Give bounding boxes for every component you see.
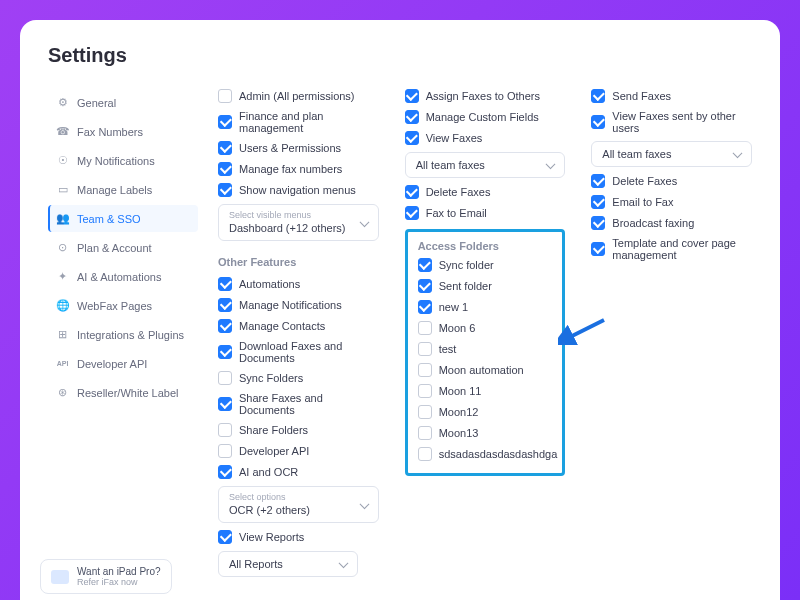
checkbox-broadcast-faxing[interactable]: Broadcast faxing	[591, 216, 752, 230]
checkbox-template-and-cover-page-management[interactable]: Template and cover page management	[591, 237, 752, 261]
sidebar-item-team-sso[interactable]: 👥Team & SSO	[48, 205, 198, 232]
checkbox-label: Sync folder	[439, 259, 494, 271]
sidebar-item-fax-numbers[interactable]: ☎Fax Numbers	[48, 118, 198, 145]
sidebar-icon: 👥	[56, 212, 69, 225]
checkbox-test[interactable]: test	[418, 342, 553, 356]
checkbox-box	[418, 384, 432, 398]
sidebar-icon: ⊙	[56, 241, 69, 254]
checkbox-manage-notifications[interactable]: Manage Notifications	[218, 298, 379, 312]
checkbox-show-navigation-menus[interactable]: Show navigation menus	[218, 183, 379, 197]
checkbox-new-1[interactable]: new 1	[418, 300, 553, 314]
checkbox-sent-folder[interactable]: Sent folder	[418, 279, 553, 293]
select-dropdown[interactable]: All Reports	[218, 551, 358, 577]
checkbox-automations[interactable]: Automations	[218, 277, 379, 291]
promo-banner[interactable]: Want an iPad Pro? Refer iFax now	[40, 559, 172, 594]
checkbox-box	[405, 185, 419, 199]
checkbox-view-faxes-sent-by-other-users[interactable]: View Faxes sent by other users	[591, 110, 752, 134]
checkbox-moon-6[interactable]: Moon 6	[418, 321, 553, 335]
sidebar-item-label: Integrations & Plugins	[77, 329, 184, 341]
checkbox-label: Finance and plan management	[239, 110, 379, 134]
checkbox-email-to-fax[interactable]: Email to Fax	[591, 195, 752, 209]
checkbox-finance-and-plan-management[interactable]: Finance and plan management	[218, 110, 379, 134]
checkbox-sdsadasdasdasdashdga[interactable]: sdsadasdasdasdashdga	[418, 447, 553, 461]
sidebar-item-ai-automations[interactable]: ✦AI & Automations	[48, 263, 198, 290]
sidebar-item-manage-labels[interactable]: ▭Manage Labels	[48, 176, 198, 203]
sidebar-item-label: AI & Automations	[77, 271, 161, 283]
checkbox-box	[591, 115, 605, 129]
sidebar-item-reseller-white-label[interactable]: ⊛Reseller/White Label	[48, 379, 198, 406]
checkbox-sync-folders[interactable]: Sync Folders	[218, 371, 379, 385]
checkbox-moon-11[interactable]: Moon 11	[418, 384, 553, 398]
sidebar-item-label: Plan & Account	[77, 242, 152, 254]
checkbox-label: AI and OCR	[239, 466, 298, 478]
checkbox-manage-custom-fields[interactable]: Manage Custom Fields	[405, 110, 566, 124]
checkbox-manage-contacts[interactable]: Manage Contacts	[218, 319, 379, 333]
checkbox-box	[218, 371, 232, 385]
checkbox-label: Email to Fax	[612, 196, 673, 208]
sidebar-item-label: General	[77, 97, 116, 109]
checkbox-box	[218, 319, 232, 333]
sidebar-item-plan-account[interactable]: ⊙Plan & Account	[48, 234, 198, 261]
checkbox-box	[218, 530, 232, 544]
checkbox-box	[418, 279, 432, 293]
select-dropdown[interactable]: Select optionsOCR (+2 others)	[218, 486, 379, 523]
checkbox-label: Assign Faxes to Others	[426, 90, 540, 102]
checkbox-label: Share Faxes and Documents	[239, 392, 379, 416]
checkbox-label: Send Faxes	[612, 90, 671, 102]
checkbox-download-faxes-and-documents[interactable]: Download Faxes and Documents	[218, 340, 379, 364]
checkbox-ai-and-ocr[interactable]: AI and OCR	[218, 465, 379, 479]
checkbox-moon13[interactable]: Moon13	[418, 426, 553, 440]
checkbox-send-faxes[interactable]: Send Faxes	[591, 89, 752, 103]
checkbox-developer-api[interactable]: Developer API	[218, 444, 379, 458]
checkbox-manage-fax-numbers[interactable]: Manage fax numbers	[218, 162, 379, 176]
checkbox-box	[218, 423, 232, 437]
select-dropdown[interactable]: All team faxes	[405, 152, 566, 178]
checkbox-share-faxes-and-documents[interactable]: Share Faxes and Documents	[218, 392, 379, 416]
select-value: All team faxes	[602, 148, 671, 160]
checkbox-label: test	[439, 343, 457, 355]
checkbox-moon-automation[interactable]: Moon automation	[418, 363, 553, 377]
checkbox-fax-to-email[interactable]: Fax to Email	[405, 206, 566, 220]
checkbox-box	[418, 300, 432, 314]
select-dropdown[interactable]: Select visible menusDashboard (+12 other…	[218, 204, 379, 241]
select-value: Dashboard (+12 others)	[229, 222, 345, 234]
sidebar-item-label: Developer API	[77, 358, 147, 370]
sidebar-item-general[interactable]: ⚙General	[48, 89, 198, 116]
checkbox-box	[591, 89, 605, 103]
sidebar-item-integrations-plugins[interactable]: ⊞Integrations & Plugins	[48, 321, 198, 348]
checkbox-label: Fax to Email	[426, 207, 487, 219]
checkbox-box	[418, 363, 432, 377]
select-dropdown[interactable]: All team faxes	[591, 141, 752, 167]
checkbox-share-folders[interactable]: Share Folders	[218, 423, 379, 437]
checkbox-label: Show navigation menus	[239, 184, 356, 196]
select-hint: Select visible menus	[229, 211, 352, 220]
checkbox-box	[418, 405, 432, 419]
checkbox-moon12[interactable]: Moon12	[418, 405, 553, 419]
settings-card: Settings ⚙General☎Fax Numbers☉My Notific…	[20, 20, 780, 600]
checkbox-box	[218, 465, 232, 479]
sidebar-item-my-notifications[interactable]: ☉My Notifications	[48, 147, 198, 174]
checkbox-box	[418, 321, 432, 335]
checkbox-label: Moon automation	[439, 364, 524, 376]
sidebar-item-developer-api[interactable]: APIDeveloper API	[48, 350, 198, 377]
checkbox-view-faxes[interactable]: View Faxes	[405, 131, 566, 145]
checkbox-label: Share Folders	[239, 424, 308, 436]
sidebar-icon: ⚙	[56, 96, 69, 109]
checkbox-view-reports[interactable]: View Reports	[218, 530, 379, 544]
checkbox-assign-faxes-to-others[interactable]: Assign Faxes to Others	[405, 89, 566, 103]
checkbox-label: Delete Faxes	[426, 186, 491, 198]
checkbox-sync-folder[interactable]: Sync folder	[418, 258, 553, 272]
checkbox-label: Automations	[239, 278, 300, 290]
checkbox-admin-all-permissions-[interactable]: Admin (All permissions)	[218, 89, 379, 103]
checkbox-users-permissions[interactable]: Users & Permissions	[218, 141, 379, 155]
access-folders-highlight: Access FoldersSync folderSent foldernew …	[405, 229, 566, 476]
checkbox-box	[405, 131, 419, 145]
checkbox-delete-faxes[interactable]: Delete Faxes	[405, 185, 566, 199]
sidebar-item-label: Team & SSO	[77, 213, 141, 225]
column-3: Send FaxesView Faxes sent by other users…	[591, 89, 752, 599]
checkbox-box	[591, 216, 605, 230]
checkbox-delete-faxes[interactable]: Delete Faxes	[591, 174, 752, 188]
checkbox-box	[218, 183, 232, 197]
sidebar-item-webfax-pages[interactable]: 🌐WebFax Pages	[48, 292, 198, 319]
checkbox-label: Admin (All permissions)	[239, 90, 355, 102]
